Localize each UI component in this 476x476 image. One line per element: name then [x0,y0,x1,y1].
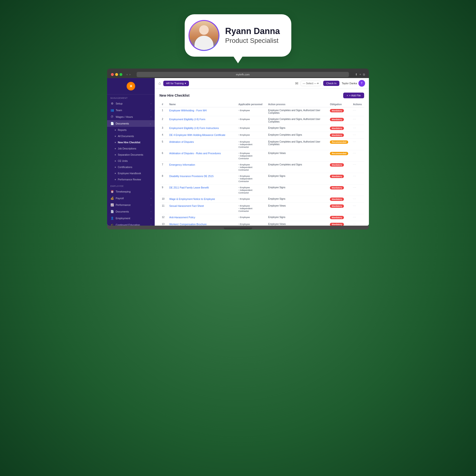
management-section-label: Management [107,95,155,100]
team-icon: 👥 [110,108,114,112]
sidebar-item-certifications[interactable]: Certifications [107,164,155,170]
share-icon[interactable]: ⬆ [355,73,357,76]
sidebar-item-documents[interactable]: 📄 Documents ⌄ [107,120,155,127]
table-row: 7Emergency InformationEmployeeIndependen… [159,162,364,173]
url-bar[interactable]: myhrfh.com [136,72,349,77]
cont-edu-chevron: › [151,224,151,226]
doc-name[interactable]: Disability Insurance Provisions DE 2515 [167,173,236,185]
team-label: Team [116,109,122,112]
sidebar-item-timekeeping[interactable]: ⏰ Timekeeping › [107,188,155,195]
action-cell: Employee Completes and Signs, Authorized… [266,107,328,116]
doc-name[interactable]: Arbitration of Disputes [167,139,236,150]
actions-cell[interactable]: ··· [351,150,364,162]
actions-cell[interactable]: ··· [351,132,364,139]
doc-name[interactable]: Sexual Harassment Fact Sheet [167,203,236,214]
sidebar-item-employment[interactable]: 👤 Employment › [107,215,155,221]
table-row: 13Workers' Compensation BrochureEmployee… [159,221,364,226]
col-action: Action process [266,102,328,107]
personnel-cell: Employee [236,116,266,125]
table-row: 4DE 4 Employee With Holding Allowance Ce… [159,132,364,139]
payroll-label: Payroll [116,197,124,200]
setup-chevron: › [151,102,151,105]
select-dropdown[interactable]: — Select — ▾ [301,81,321,86]
sidebar-item-ce-units[interactable]: CE Units [107,158,155,164]
action-cell: Employee Signs [266,185,328,196]
actions-cell[interactable]: ··· [351,185,364,196]
obligation-cell: Mandatory [327,214,351,221]
personnel-cell: EmployeeIndependent Contractor [236,203,266,214]
actions-cell[interactable]: ··· [351,125,364,132]
row-num: 7 [159,162,167,173]
sidebar-item-reports[interactable]: Reports [107,127,155,133]
col-name: Name [167,102,236,107]
sidebar-item-job-desc[interactable]: Job Descriptions [107,145,155,152]
actions-cell[interactable]: ··· [351,214,364,221]
new-tab-icon[interactable]: + [359,73,361,76]
app-container: ✦ Management ⚙ Setup › 👥 Team › ⏱ Wages … [107,78,369,226]
more-icon[interactable]: ⧉ [363,73,365,76]
setup-icon: ⚙ [110,102,114,105]
back-btn[interactable]: ‹ [127,73,128,76]
sidebar-item-performance[interactable]: 📈 Performance › [107,202,155,208]
actions-cell[interactable]: ··· [351,139,364,150]
doc-name[interactable]: Emergency Information [167,162,236,173]
actions-cell[interactable]: ··· [351,203,364,214]
doc-name[interactable]: Wage & Employment Notice to Employee [167,196,236,203]
action-cell: Employee Views [266,203,328,214]
doc-name[interactable]: Arbitration of Disputes - Rules and Proc… [167,150,236,162]
add-file-button[interactable]: + + Add File [343,93,364,98]
personnel-cell: Employee [236,214,266,221]
main-content: ⌂ HR for Training ▾ ✉ — Select — ▾ Check… [155,78,369,226]
hr-training-dropdown[interactable]: HR for Training ▾ [163,81,189,86]
row-num: 3 [159,125,167,132]
sidebar-item-new-hire[interactable]: New Hire Checklist [107,139,155,145]
doc-name[interactable]: Workers' Compensation Brochure [167,221,236,226]
action-cell: Employee Completes and Signs [266,162,328,173]
forward-btn[interactable]: › [130,73,130,76]
row-num: 13 [159,221,167,226]
mail-icon[interactable]: ✉ [295,81,298,86]
action-cell: Employee Views [266,221,328,226]
sidebar-item-payroll[interactable]: 💰 Payroll › [107,195,155,202]
sidebar-item-cont-edu[interactable]: 🎓 Continued Education › [107,221,155,226]
sidebar-item-emp-docs[interactable]: 📄 Documents › [107,208,155,215]
doc-name[interactable]: Employee Withholding - Form W4 [167,107,236,116]
row-num: 6 [159,150,167,162]
close-btn[interactable] [111,73,114,76]
sidebar-item-wages[interactable]: ⏱ Wages / Hours › [107,114,155,120]
profile-card: Ryann Danna Product Specialist [185,14,291,57]
doc-name[interactable]: DE 4 Employee With Holding Allowance Cer… [167,132,236,139]
sidebar-item-handbook[interactable]: Employee Handbook [107,170,155,176]
sidebar-item-all-docs[interactable]: All Documents [107,133,155,139]
browser-actions: ⬆ + ⧉ [355,73,365,76]
actions-cell[interactable]: ··· [351,196,364,203]
actions-cell[interactable]: ··· [351,173,364,185]
page-title: New Hire Checklist [159,94,189,97]
perf-review-dot [115,179,116,180]
checkin-button[interactable]: Check In [323,81,339,86]
actions-cell[interactable]: ··· [351,221,364,226]
minimize-btn[interactable] [115,73,118,76]
actions-cell[interactable]: ··· [351,107,364,116]
sidebar-item-setup[interactable]: ⚙ Setup › [107,100,155,107]
home-button[interactable]: ⌂ [158,81,161,85]
user-menu[interactable]: Taylor Danka T [342,80,365,87]
personnel-cell: EmployeeIndependent Contractor [236,185,266,196]
actions-cell[interactable]: ··· [351,162,364,173]
reports-label: Reports [118,129,127,131]
obligation-cell: Mandatory [327,221,351,226]
handbook-label: Employee Handbook [118,172,141,175]
doc-name[interactable]: Employment Eligibility (I-9) Form [167,116,236,125]
sidebar-item-team[interactable]: 👥 Team › [107,107,155,114]
doc-name[interactable]: DE 2511 Paid Family Leave Benefit [167,185,236,196]
table-row: 2Employment Eligibility (I-9) FormEmploy… [159,116,364,125]
sidebar-item-sep-docs[interactable]: Separation Documents [107,152,155,158]
performance-label: Performance [116,204,131,206]
sidebar-item-perf-review[interactable]: Performance Review [107,176,155,183]
doc-name[interactable]: Anti-Harassment Policy [167,214,236,221]
checklist-table: # Name Applicable personnel Action proce… [159,102,364,226]
maximize-btn[interactable] [119,73,122,76]
actions-cell[interactable]: ··· [351,116,364,125]
doc-name[interactable]: Employment Eligibility (I-9) Form Instru… [167,125,236,132]
profile-name: Ryann Danna [225,26,280,36]
